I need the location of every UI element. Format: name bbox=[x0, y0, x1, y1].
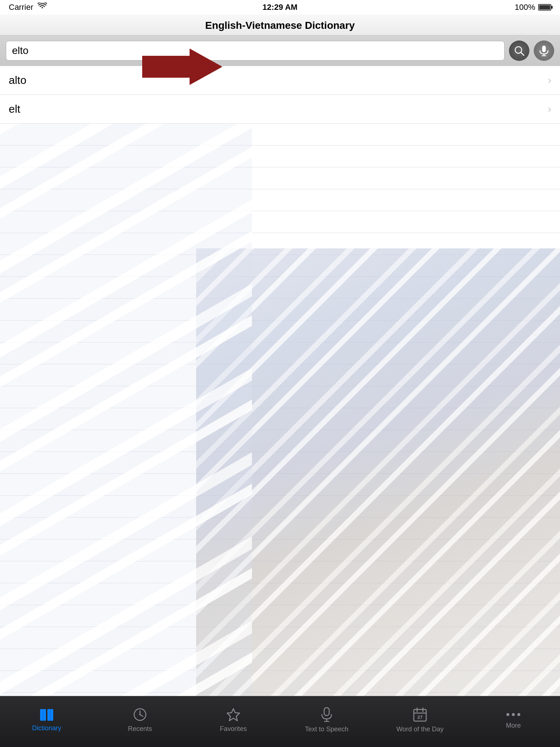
wifi-icon bbox=[38, 3, 47, 12]
tab-bar: Dictionary Recents Favorites bbox=[0, 696, 560, 747]
book-icon bbox=[39, 708, 54, 721]
chevron-icon-elt: › bbox=[548, 103, 551, 115]
svg-marker-14 bbox=[227, 709, 240, 721]
svg-marker-5 bbox=[142, 49, 222, 85]
carrier-label: Carrier bbox=[9, 3, 33, 12]
svg-point-24 bbox=[512, 713, 515, 716]
search-button[interactable] bbox=[509, 40, 529, 61]
tab-label-recents: Recents bbox=[128, 725, 152, 733]
diagonal-left bbox=[0, 124, 252, 747]
suggestion-text-elt: elt bbox=[9, 103, 20, 115]
tab-favorites[interactable]: Favorites bbox=[187, 696, 280, 747]
page-wrapper: Carrier 12:29 AM 100% English-Vietnamese… bbox=[0, 0, 560, 747]
status-bar-right: 100% bbox=[515, 3, 551, 12]
tab-dictionary[interactable]: Dictionary bbox=[0, 696, 93, 747]
status-bar-time: 12:29 AM bbox=[262, 3, 298, 12]
star-icon bbox=[226, 708, 241, 723]
tab-label-favorites: Favorites bbox=[220, 725, 247, 733]
svg-point-13 bbox=[139, 714, 141, 715]
mic-icon bbox=[321, 707, 332, 723]
svg-point-23 bbox=[506, 713, 509, 716]
status-bar-left: Carrier bbox=[9, 3, 47, 12]
nav-bar: English-Vietnamese Dictionary bbox=[0, 15, 560, 35]
battery-icon bbox=[538, 4, 551, 11]
status-bar: Carrier 12:29 AM 100% bbox=[0, 0, 560, 15]
tab-label-tts: Text to Speech bbox=[305, 725, 348, 733]
suggestion-item[interactable]: alto › bbox=[0, 66, 560, 95]
tab-label-dictionary: Dictionary bbox=[32, 724, 61, 732]
dots-icon bbox=[505, 711, 522, 720]
tab-wotd[interactable]: 27 Word of the Day bbox=[373, 696, 467, 747]
chevron-icon-alto: › bbox=[548, 74, 551, 86]
tab-label-more: More bbox=[506, 722, 521, 729]
main-content bbox=[0, 124, 560, 747]
calendar-icon: 27 bbox=[413, 707, 427, 723]
svg-text:27: 27 bbox=[417, 715, 423, 720]
svg-rect-2 bbox=[542, 46, 546, 52]
svg-rect-15 bbox=[324, 708, 329, 716]
svg-point-25 bbox=[517, 713, 520, 716]
tab-more[interactable]: More bbox=[467, 696, 560, 747]
search-input[interactable] bbox=[12, 45, 498, 57]
search-bar bbox=[0, 35, 560, 66]
suggestion-item[interactable]: elt › bbox=[0, 95, 560, 124]
microphone-button[interactable] bbox=[534, 40, 554, 61]
svg-line-1 bbox=[521, 53, 524, 55]
tab-recents[interactable]: Recents bbox=[93, 696, 187, 747]
suggestion-list: alto › elt › bbox=[0, 66, 560, 124]
nav-title: English-Vietnamese Dictionary bbox=[205, 20, 355, 31]
red-arrow-overlay bbox=[142, 47, 222, 87]
battery-percent: 100% bbox=[515, 3, 535, 12]
tab-label-wotd: Word of the Day bbox=[396, 725, 444, 733]
tab-tts[interactable]: Text to Speech bbox=[280, 696, 373, 747]
search-input-wrapper[interactable] bbox=[6, 41, 505, 61]
suggestion-text-alto: alto bbox=[9, 74, 26, 86]
clock-icon bbox=[133, 708, 147, 723]
